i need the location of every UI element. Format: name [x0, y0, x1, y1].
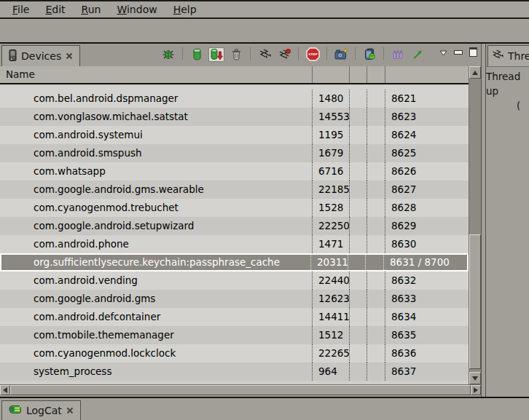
main-area: Devices — [0, 42, 529, 397]
empty-cell — [349, 344, 367, 362]
process-port: 8635 — [385, 326, 469, 344]
process-port: 8629 — [385, 217, 469, 235]
table-row[interactable]: com.cyanogenmod.trebuchet15288628 — [0, 199, 469, 217]
table-row[interactable]: com.google.android.gms126238633 — [0, 290, 469, 308]
column-header-empty1[interactable] — [349, 66, 367, 83]
up-arrow-icon — [472, 71, 478, 75]
process-pid: 20311 — [310, 255, 348, 270]
empty-cell — [349, 181, 367, 199]
empty-cell — [349, 272, 367, 290]
column-header-pid[interactable] — [312, 66, 349, 83]
right-arrow-icon — [474, 387, 478, 393]
down-arrow-icon — [472, 376, 478, 381]
view-window-controls — [439, 45, 477, 63]
scroll-left-button[interactable] — [0, 385, 10, 395]
tab-devices[interactable]: Devices — [1, 45, 80, 66]
scroll-down-button[interactable] — [469, 372, 481, 384]
empty-cell — [349, 90, 367, 108]
vertical-scroll-track[interactable] — [469, 79, 481, 372]
empty-cell — [367, 308, 385, 326]
table-row[interactable]: com.android.smspush16798625 — [0, 144, 469, 162]
dump-hprof-icon[interactable] — [208, 47, 224, 62]
column-header-name[interactable]: Name — [0, 66, 312, 83]
process-name: com.cyanogenmod.trebuchet — [0, 199, 312, 217]
process-name: com.vonglasow.michael.satstat — [0, 108, 312, 126]
opengl-trace-arrow-icon[interactable] — [410, 47, 426, 62]
threads-icon — [492, 49, 503, 63]
process-name: com.cyanogenmod.lockclock — [0, 344, 312, 362]
process-port: 8626 — [385, 162, 469, 181]
table-row[interactable]: com.google.android.setupwizard222508629 — [0, 217, 469, 235]
tab-logcat[interactable]: LogCat — [1, 400, 81, 420]
process-port: 8624 — [385, 126, 469, 144]
device-screen-icon[interactable] — [361, 47, 377, 62]
table-row[interactable]: com.android.vending224408632 — [0, 272, 469, 290]
close-icon[interactable] — [66, 407, 74, 414]
empty-cell — [349, 308, 367, 326]
process-name: com.android.defcontainer — [0, 308, 312, 326]
empty-cell — [349, 199, 367, 217]
menu-help[interactable]: Help — [165, 4, 205, 15]
systrace-bars-icon[interactable] — [390, 47, 406, 62]
toolbar-separator — [355, 47, 356, 60]
menu-edit[interactable]: Edit — [37, 4, 73, 15]
process-port: 8637 — [385, 362, 469, 381]
empty-cell — [367, 144, 385, 162]
empty-cell — [367, 108, 385, 126]
process-pid: 22250 — [312, 217, 349, 235]
tab-devices-label: Devices — [21, 50, 61, 62]
menu-run[interactable]: Run — [74, 4, 109, 15]
menu-file[interactable]: File — [4, 4, 37, 15]
debug-process-icon[interactable] — [160, 47, 176, 62]
table-row[interactable]: com.vonglasow.michael.satstat145538623 — [0, 108, 469, 126]
menubar: FileEditRunWindowHelp — [0, 0, 529, 19]
horizontal-scroll-thumb[interactable] — [10, 385, 471, 395]
process-name: com.bel.android.dspmanager — [0, 90, 312, 108]
stop-process-icon[interactable]: STOP — [305, 47, 321, 62]
table-row[interactable]: com.android.phone14718630 — [0, 235, 469, 253]
cause-gc-trash-icon[interactable] — [228, 47, 244, 62]
scroll-right-button[interactable] — [471, 385, 481, 395]
empty-cell — [365, 255, 383, 270]
table-row[interactable]: com.whatsapp67168626 — [0, 162, 469, 181]
scroll-up-button[interactable] — [469, 66, 481, 79]
process-port: 8628 — [385, 199, 469, 217]
process-name: com.android.vending — [0, 272, 312, 290]
view-menu-chevron-icon[interactable] — [439, 45, 447, 59]
table-row[interactable]: org.sufficientlysecure.keychain:passphra… — [0, 253, 469, 272]
update-threads-icon[interactable] — [256, 47, 273, 62]
tab-threads[interactable]: Threa — [487, 45, 529, 66]
empty-cell — [367, 290, 385, 308]
process-port: 8623 — [385, 108, 469, 126]
vertical-scroll-thumb[interactable] — [469, 234, 481, 369]
table-row[interactable]: com.android.defcontainer144118634 — [0, 308, 469, 326]
minimize-icon[interactable] — [454, 50, 463, 55]
process-port: 8631 / 8700 — [383, 255, 467, 270]
table-row[interactable]: com.cyanogenmod.lockclock222658636 — [0, 344, 469, 362]
process-port: 8633 — [385, 290, 469, 308]
table-row[interactable]: system_process9648637 — [0, 362, 469, 381]
horizontal-scrollbar[interactable] — [0, 384, 481, 395]
toolbar-separator — [383, 47, 384, 60]
table-row[interactable]: com.google.android.gms.wearable221858627 — [0, 181, 469, 199]
column-header-empty2[interactable] — [367, 66, 385, 83]
process-pid: 1679 — [312, 144, 349, 162]
vertical-scrollbar[interactable] — [469, 66, 481, 384]
update-heap-icon[interactable] — [189, 47, 205, 62]
column-header-port[interactable] — [385, 66, 469, 83]
process-pid: 1480 — [312, 90, 349, 108]
close-icon[interactable] — [66, 52, 73, 60]
devices-tabbar: Devices — [0, 44, 481, 67]
table-row[interactable]: com.android.systemui11958624 — [0, 126, 469, 144]
empty-cell — [349, 290, 367, 308]
empty-cell — [367, 126, 385, 144]
top-toolbar-empty — [0, 19, 529, 42]
process-port: 8627 — [385, 181, 469, 199]
table-row[interactable]: com.tmobile.thememanager15128635 — [0, 326, 469, 344]
screen-capture-camera-icon[interactable] — [333, 47, 349, 62]
maximize-icon[interactable] — [469, 47, 477, 57]
empty-cell — [367, 235, 385, 253]
table-row[interactable]: com.bel.android.dspmanager14808621 — [0, 90, 469, 108]
start-method-profiling-icon[interactable] — [276, 47, 292, 62]
menu-window[interactable]: Window — [109, 4, 165, 15]
